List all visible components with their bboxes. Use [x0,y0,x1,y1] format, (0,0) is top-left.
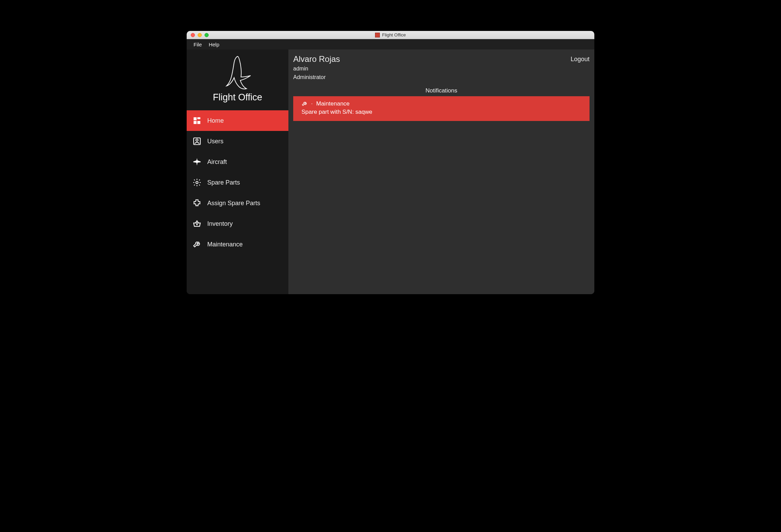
app-window: Flight Office File Help Flight Office Ho… [187,31,594,294]
sidebar-item-label: Home [207,117,224,124]
separator-dot: · [311,100,313,107]
sidebar-item-home[interactable]: Home [187,110,288,131]
user-login: admin [293,65,340,73]
app-body: Flight Office Home Users [187,49,594,294]
notification-card[interactable]: · Maintenance Spare part with S/N: saqwe [293,96,590,121]
main-content: Alvaro Rojas admin Administrator Logout … [288,49,594,294]
basket-icon [192,219,202,229]
sidebar-item-aircraft[interactable]: Aircraft [187,152,288,172]
user-icon [192,136,202,146]
titlebar: Flight Office [187,31,594,39]
logo-area: Flight Office [187,49,288,110]
wrench-icon [301,101,308,107]
notification-message: Spare part with S/N: saqwe [301,109,581,115]
sidebar-item-inventory[interactable]: Inventory [187,213,288,234]
sidebar-item-label: Assign Spare Parts [207,200,260,207]
menu-help[interactable]: Help [209,42,219,47]
user-role: Administrator [293,74,340,81]
brand-title: Flight Office [213,92,262,103]
airplane-icon [192,157,202,167]
sidebar-item-label: Aircraft [207,158,227,166]
sidebar-item-maintenance[interactable]: Maintenance [187,234,288,255]
notification-category: Maintenance [316,100,350,107]
svg-point-3 [197,224,197,225]
user-block: Alvaro Rojas admin Administrator [293,54,340,81]
window-title: Flight Office [382,32,406,37]
main-header: Alvaro Rojas admin Administrator Logout [293,54,590,81]
sidebar-item-assign-spare-parts[interactable]: Assign Spare Parts [187,193,288,213]
svg-point-1 [196,139,198,142]
window-title-area: Flight Office [187,32,594,37]
sidebar-item-label: Users [207,138,223,145]
sidebar: Flight Office Home Users [187,49,288,294]
sidebar-item-label: Inventory [207,220,233,228]
menubar: File Help [187,39,594,49]
bird-logo-icon [217,53,258,91]
user-name: Alvaro Rojas [293,54,340,64]
gear-icon [192,178,202,187]
extension-icon [192,198,202,208]
logout-button[interactable]: Logout [571,54,590,63]
notifications-heading: Notifications [293,87,590,94]
sidebar-item-spare-parts[interactable]: Spare Parts [187,172,288,193]
wrench-icon [192,240,202,249]
app-icon [375,33,380,37]
svg-point-2 [196,181,198,184]
sidebar-item-label: Spare Parts [207,179,240,186]
nav-list: Home Users Aircraft [187,110,288,255]
notification-header-row: · Maintenance [301,100,581,107]
sidebar-item-label: Maintenance [207,241,243,248]
dashboard-icon [192,116,202,125]
menu-file[interactable]: File [194,42,202,47]
sidebar-item-users[interactable]: Users [187,131,288,152]
